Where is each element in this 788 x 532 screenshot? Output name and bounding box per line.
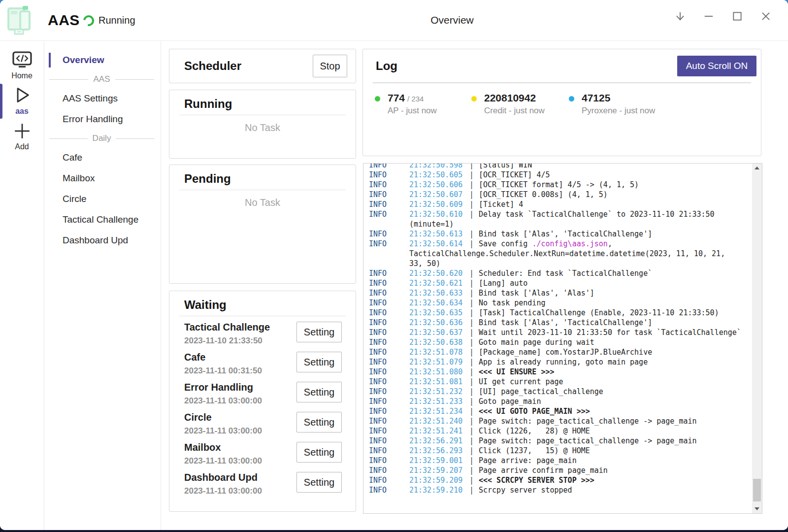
maximize-icon [731,10,743,22]
log-row: INFO21:32:50.609|[Ticket] 4 [363,200,752,209]
nav-item-label: Circle [63,194,87,204]
log-timestamp: 21:32:56.293 [409,446,469,456]
nav-item-dashboard-upd[interactable]: Dashboard Upd [45,230,161,251]
log-stat-0: 774/ 234AP - just now [375,92,437,116]
setting-button[interactable]: Setting [296,382,342,402]
log-level: INFO [369,416,409,426]
active-indicator-bar [49,53,51,67]
log-row: INFO21:32:50.621|[Lang] auto [363,278,752,288]
log-timestamp: 21:32:50.638 [409,337,469,347]
auto-scroll-button[interactable]: Auto Scroll ON [677,56,756,76]
log-viewer[interactable]: INFO21:32:50.598|[Status] WININFO21:32:5… [363,163,762,514]
close-button[interactable] [756,5,775,28]
log-timestamp: 21:32:50.620 [409,268,469,278]
log-message: Goto page_main [479,397,752,406]
log-stat-2: 47125Pyroxene - just now [569,92,655,116]
hide-window-button[interactable] [671,5,690,28]
log-level: INFO [369,209,409,219]
log-level: INFO [369,456,409,466]
log-row: INFO21:32:51.233|Goto page_main [363,397,752,406]
log-message: [Ticket] 4 [479,200,752,209]
log-pipe: | [469,377,479,387]
log-message: [Task] TacticalChallenge (Enable, 2023-1… [479,308,752,318]
log-message: Save config ./config\aas.json, [479,239,752,249]
scroll-down-button[interactable] [752,504,762,513]
rail-item-aas[interactable]: aas [0,84,44,119]
log-level: INFO [369,239,409,249]
stop-button[interactable]: Stop [313,55,347,77]
log-row: INFO21:32:51.234|<<< UI GOTO PAGE_MAIN >… [363,406,752,416]
nav-item-error-handling[interactable]: Error Handling [45,109,161,130]
nav-item-label: AAS Settings [63,93,118,104]
log-scrollbar[interactable] [752,164,762,513]
log-pipe: | [469,308,479,318]
log-timestamp: 21:32:50.606 [409,180,469,190]
nav-item-label: Error Handling [63,114,123,125]
log-pipe: | [469,239,479,249]
triangle-up-icon [755,166,759,169]
stat-label: Credit - just now [484,106,545,116]
nav-section-label: Daily [93,133,111,143]
setting-button[interactable]: Setting [296,442,342,463]
log-timestamp: 21:32:59.001 [409,456,469,466]
minimize-button[interactable] [699,5,718,28]
log-level: INFO [369,387,409,397]
log-timestamp: 21:32:50.636 [409,318,469,328]
rail-item-home[interactable]: Home [0,51,44,80]
log-timestamp: 21:32:50.613 [409,229,469,239]
log-level: INFO [369,357,409,367]
log-level: INFO [369,328,409,337]
log-row: INFO21:32:51.080|<<< UI ENSURE >>> [363,367,752,377]
scroll-thumb[interactable] [753,479,761,501]
log-timestamp: 21:32:50.637 [409,328,469,337]
divider [373,82,751,83]
setting-button[interactable]: Setting [296,412,342,432]
log-row: INFO21:32:50.636|Bind task ['Alas', 'Tac… [363,318,752,328]
log-row: INFO21:32:51.241|Click (1226, 28) @ HOME [363,426,752,436]
log-row: INFO21:32:51.079|App is already running,… [363,357,752,367]
log-timestamp: 21:32:50.609 [409,200,469,209]
log-row-continuation: (minute=1) [363,219,752,229]
log-pipe: | [469,190,479,200]
log-message: <<< UI GOTO PAGE_MAIN >>> [479,406,752,416]
stat-label: AP - just now [388,106,437,116]
log-pipe: | [469,367,479,377]
log-row: INFO21:32:50.613|Bind task ['Alas', 'Tac… [363,229,752,239]
log-row: INFO21:32:59.207|Page arrive confirm pag… [363,466,752,475]
nav-item-circle[interactable]: Circle [45,189,161,209]
waiting-task-row-error-handling: Error Handling2023-11-11 03:00:00Setting [184,380,342,410]
log-pipe: | [469,436,479,446]
waiting-task-row-tactical-challenge: Tactical Challenge2023-11-10 21:33:50Set… [184,320,342,350]
rail-item-add[interactable]: Add [0,122,44,151]
setting-button[interactable]: Setting [296,472,342,493]
log-level: INFO [369,446,409,456]
log-message: Page arrive confirm page_main [479,466,752,475]
setting-button[interactable]: Setting [296,352,342,372]
log-message: Click (1226, 28) @ HOME [479,426,752,436]
nav-item-aas-settings[interactable]: AAS Settings [45,88,161,109]
log-level: INFO [369,308,409,318]
log-row: INFO21:32:50.606|[OCR_TICKET format] 4/5… [363,180,752,190]
nav-item-tactical-challenge[interactable]: Tactical Challenge [45,209,161,230]
log-message: [UI] page_tactical_challenge [479,387,752,397]
log-level: INFO [369,268,409,278]
nav-item-cafe[interactable]: Cafe [45,147,161,168]
setting-button[interactable]: Setting [296,322,342,342]
scroll-up-button[interactable] [752,164,762,172]
waiting-task-row-cafe: Cafe2023-11-11 00:31:50Setting [184,350,342,380]
log-row: INFO21:32:50.637|Wait until 2023-11-10 2… [363,328,752,337]
maximize-button[interactable] [728,5,747,28]
log-message: Page switch: page_tactical_challenge -> … [479,436,752,446]
app-name: AAS [48,12,80,29]
log-row: INFO21:32:50.610|Delay task `TacticalCha… [363,209,752,219]
log-row-continuation: TacticalChallenge.Scheduler.NextRun=date… [363,249,752,259]
nav-item-mailbox[interactable]: Mailbox [45,168,161,189]
log-pipe: | [469,170,479,180]
nav-item-overview[interactable]: Overview [45,50,161,70]
log-level: INFO [369,436,409,446]
log-timestamp: 21:32:50.635 [409,308,469,318]
log-timestamp: 21:32:56.291 [409,436,469,446]
log-level: INFO [369,406,409,416]
log-row: INFO21:32:50.614|Save config ./config\aa… [363,239,752,249]
nav-panel: OverviewAASAAS SettingsError HandlingDai… [45,41,161,530]
